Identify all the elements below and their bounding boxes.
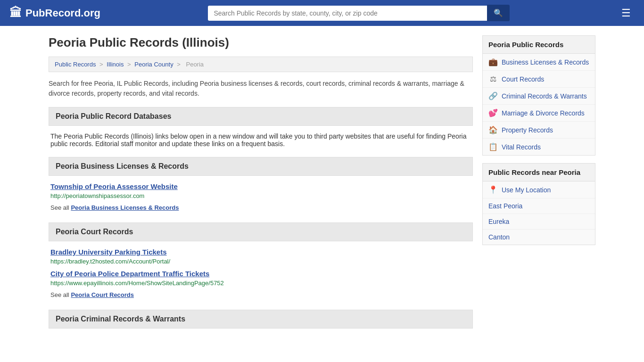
township-assessor-url: http://peoriatownshipassessor.com: [50, 192, 471, 199]
location-icon: 📍: [488, 185, 498, 194]
page-title: Peoria Public Records (Illinois): [49, 35, 473, 50]
peoria-police-url: https://www.epayillinois.com/Home/ShowSi…: [50, 280, 471, 287]
criminal-section-header: Peoria Criminal Records & Warrants: [49, 310, 473, 329]
menu-icon: ☰: [621, 7, 631, 19]
sidebar-item-marriage[interactable]: 💕 Marriage & Divorce Records: [483, 105, 595, 122]
sidebar-item-vital-label: Vital Records: [502, 143, 541, 151]
search-icon: 🔍: [494, 9, 503, 17]
logo-icon: 🏛: [9, 6, 22, 20]
menu-button[interactable]: ☰: [618, 5, 635, 21]
nearby-eureka[interactable]: Eureka: [483, 214, 595, 230]
vital-icon: 📋: [488, 142, 498, 151]
business-see-all-line: See all Peoria Business Licenses & Recor…: [50, 204, 471, 211]
content-area: Peoria Public Records (Illinois) Public …: [49, 35, 473, 335]
sidebar-item-property-label: Property Records: [502, 126, 553, 134]
court-see-all-link[interactable]: Peoria Court Records: [71, 291, 134, 298]
peoria-police-link[interactable]: City of Peoria Police Department Traffic…: [50, 270, 471, 278]
search-input[interactable]: [208, 6, 487, 21]
township-assessor-link[interactable]: Township of Peoria Assessor Website: [50, 182, 471, 190]
scales-icon: ⚖: [488, 74, 498, 83]
breadcrumb-sep-1: >: [99, 61, 105, 68]
databases-description: The Peoria Public Records (Illinois) lin…: [50, 132, 471, 148]
databases-section-header: Peoria Public Record Databases: [49, 107, 473, 126]
breadcrumb-illinois[interactable]: Illinois: [107, 61, 124, 68]
bradley-parking-link[interactable]: Bradley University Parking Tickets: [50, 248, 471, 256]
business-section-content: Township of Peoria Assessor Website http…: [49, 182, 473, 222]
breadcrumb-peoria-county[interactable]: Peoria County: [134, 61, 173, 68]
logo[interactable]: 🏛 PubRecord.org: [9, 6, 100, 20]
bradley-parking-url: https://bradley.t2hosted.com/Account/Por…: [50, 258, 471, 265]
sidebar-item-criminal-label: Criminal Records & Warrants: [502, 92, 587, 100]
link-icon: 🔗: [488, 91, 498, 100]
court-section-content: Bradley University Parking Tickets https…: [49, 248, 473, 310]
breadcrumb-sep-2: >: [127, 61, 132, 68]
logo-text: PubRecord.org: [25, 7, 100, 19]
breadcrumb-sep-3: >: [177, 61, 182, 68]
sidebar-item-court[interactable]: ⚖ Court Records: [483, 71, 595, 88]
search-button[interactable]: 🔍: [487, 5, 510, 21]
search-area: 🔍: [208, 5, 510, 21]
sidebar-item-criminal[interactable]: 🔗 Criminal Records & Warrants: [483, 88, 595, 105]
use-location-item[interactable]: 📍 Use My Location: [483, 181, 595, 198]
business-section-header: Peoria Business Licenses & Records: [49, 157, 473, 176]
briefcase-icon: 💼: [488, 58, 498, 66]
databases-section-content: The Peoria Public Records (Illinois) lin…: [49, 132, 473, 157]
header: 🏛 PubRecord.org 🔍 ☰: [0, 0, 644, 26]
breadcrumb-public-records[interactable]: Public Records: [55, 61, 96, 68]
marriage-icon: 💕: [488, 108, 498, 117]
sidebar-public-records-box: Peoria Public Records 💼 Business License…: [482, 35, 595, 156]
breadcrumb: Public Records > Illinois > Peoria Count…: [49, 57, 473, 72]
description: Search for free Peoria, IL Public Record…: [49, 79, 473, 99]
use-location-label: Use My Location: [502, 186, 551, 194]
sidebar-nearby-title: Public Records near Peoria: [483, 164, 595, 181]
nearby-east-peoria[interactable]: East Peoria: [483, 198, 595, 214]
sidebar-item-property[interactable]: 🏠 Property Records: [483, 122, 595, 139]
nearby-canton[interactable]: Canton: [483, 230, 595, 245]
sidebar-public-records-title: Peoria Public Records: [483, 36, 595, 54]
breadcrumb-peoria: Peoria: [186, 61, 204, 68]
main-container: Peoria Public Records (Illinois) Public …: [39, 26, 605, 345]
sidebar-item-business[interactable]: 💼 Business Licenses & Records: [483, 54, 595, 71]
court-section-header: Peoria Court Records: [49, 222, 473, 241]
home-icon: 🏠: [488, 125, 498, 134]
sidebar-item-marriage-label: Marriage & Divorce Records: [502, 109, 585, 117]
sidebar: Peoria Public Records 💼 Business License…: [482, 35, 595, 335]
sidebar-nearby-box: Public Records near Peoria 📍 Use My Loca…: [482, 163, 595, 245]
business-see-all-link[interactable]: Peoria Business Licenses & Records: [71, 204, 179, 211]
sidebar-item-court-label: Court Records: [502, 75, 544, 83]
sidebar-item-business-label: Business Licenses & Records: [502, 58, 589, 66]
sidebar-item-vital[interactable]: 📋 Vital Records: [483, 139, 595, 155]
court-see-all-line: See all Peoria Court Records: [50, 291, 471, 298]
